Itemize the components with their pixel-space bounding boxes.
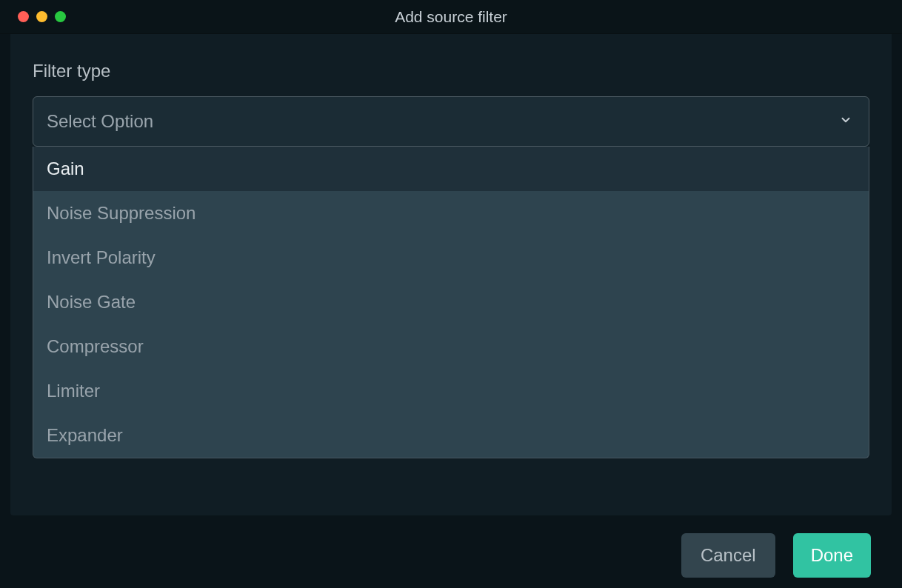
titlebar: Add source filter: [0, 0, 902, 34]
dropdown-option-noise-gate[interactable]: Noise Gate: [33, 280, 869, 324]
window-minimize-button[interactable]: [36, 11, 47, 22]
dialog-button-row: Cancel Done: [681, 533, 871, 578]
dialog-body: Filter type Select Option Gain Noise Sup…: [10, 34, 892, 515]
done-button[interactable]: Done: [793, 533, 871, 578]
window-maximize-button[interactable]: [55, 11, 66, 22]
filter-type-label: Filter type: [33, 61, 869, 81]
cancel-button[interactable]: Cancel: [681, 533, 775, 578]
window-close-button[interactable]: [18, 11, 29, 22]
select-placeholder-text: Select Option: [47, 111, 153, 132]
dialog-title: Add source filter: [395, 8, 507, 26]
dropdown-option-noise-suppression[interactable]: Noise Suppression: [33, 191, 869, 235]
filter-type-select: Select Option Gain Noise Suppression Inv…: [33, 96, 869, 147]
dropdown-option-compressor[interactable]: Compressor: [33, 324, 869, 369]
dropdown-option-invert-polarity[interactable]: Invert Polarity: [33, 235, 869, 280]
window-controls: [0, 11, 66, 22]
dropdown-option-expander[interactable]: Expander: [33, 413, 869, 458]
dropdown-option-limiter[interactable]: Limiter: [33, 369, 869, 413]
dropdown-panel: Gain Noise Suppression Invert Polarity N…: [33, 147, 869, 458]
dropdown-option-gain[interactable]: Gain: [33, 147, 869, 191]
select-trigger[interactable]: Select Option: [33, 96, 869, 147]
chevron-down-icon: [839, 113, 852, 130]
